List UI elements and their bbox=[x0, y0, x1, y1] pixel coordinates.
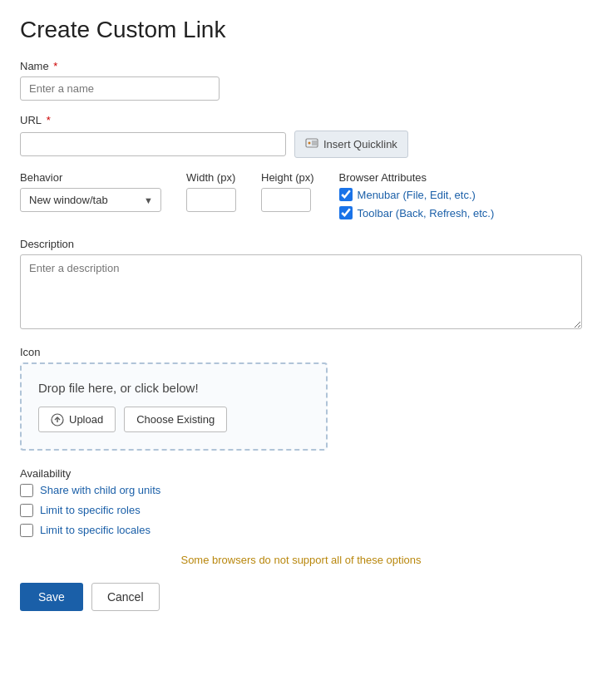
action-buttons: Save Cancel bbox=[20, 583, 582, 611]
cancel-button[interactable]: Cancel bbox=[91, 583, 160, 611]
limit-roles-item[interactable]: Limit to specific roles bbox=[20, 504, 582, 517]
description-textarea[interactable] bbox=[20, 254, 582, 329]
upload-icon bbox=[51, 412, 64, 426]
behavior-select[interactable]: New window/tab Same window New window bbox=[20, 188, 161, 212]
limit-locales-item[interactable]: Limit to specific locales bbox=[20, 524, 582, 537]
page-title: Create Custom Link bbox=[20, 17, 582, 43]
toolbar-label: Toolbar (Back, Refresh, etc.) bbox=[358, 207, 495, 219]
behavior-row: Behavior New window/tab Same window New … bbox=[20, 171, 582, 224]
upload-label: Upload bbox=[69, 413, 103, 426]
height-input[interactable] bbox=[261, 188, 311, 212]
browser-attributes-label: Browser Attributes bbox=[339, 171, 495, 184]
name-label: Name * bbox=[20, 60, 582, 72]
name-input[interactable] bbox=[20, 76, 220, 101]
quicklink-icon bbox=[305, 136, 318, 152]
width-label: Width (px) bbox=[186, 171, 236, 184]
insert-quicklink-label: Insert Quicklink bbox=[323, 138, 397, 150]
choose-existing-button[interactable]: Choose Existing bbox=[124, 407, 227, 432]
availability-label: Availability bbox=[20, 467, 582, 480]
browser-note: Some browsers do not support all of thes… bbox=[20, 554, 582, 566]
svg-point-1 bbox=[308, 142, 311, 145]
menubar-checkbox-item[interactable]: Menubar (File, Edit, etc.) bbox=[339, 188, 495, 201]
icon-section: Icon Drop file here, or click below! Upl… bbox=[20, 346, 582, 451]
icon-drop-zone: Drop file here, or click below! Upload C… bbox=[20, 362, 328, 451]
height-group: Height (px) bbox=[261, 171, 314, 212]
menubar-label: Menubar (File, Edit, etc.) bbox=[358, 189, 476, 201]
description-label: Description bbox=[20, 238, 582, 250]
icon-label: Icon bbox=[20, 346, 582, 358]
insert-quicklink-button[interactable]: Insert Quicklink bbox=[294, 131, 408, 158]
availability-section: Availability Share with child org units … bbox=[20, 467, 582, 537]
choose-existing-label: Choose Existing bbox=[136, 413, 215, 426]
drop-text: Drop file here, or click below! bbox=[38, 381, 309, 395]
share-with-child-checkbox[interactable] bbox=[20, 484, 33, 497]
url-required-star: * bbox=[43, 114, 51, 126]
width-input[interactable] bbox=[186, 188, 236, 212]
behavior-group: Behavior New window/tab Same window New … bbox=[20, 171, 161, 212]
width-group: Width (px) bbox=[186, 171, 236, 212]
limit-roles-label: Limit to specific roles bbox=[40, 504, 141, 516]
page-container: Create Custom Link Name * URL * bbox=[0, 0, 602, 700]
url-field-group: URL * Insert Quicklink bbox=[20, 114, 582, 158]
icon-buttons: Upload Choose Existing bbox=[38, 407, 309, 432]
behavior-select-wrapper: New window/tab Same window New window ▼ bbox=[20, 188, 161, 212]
description-field-group: Description bbox=[20, 238, 582, 333]
url-row: Insert Quicklink bbox=[20, 131, 582, 158]
browser-attributes-group: Browser Attributes Menubar (File, Edit, … bbox=[339, 171, 495, 224]
limit-locales-label: Limit to specific locales bbox=[40, 524, 150, 536]
name-required-star: * bbox=[51, 60, 58, 72]
limit-locales-checkbox[interactable] bbox=[20, 524, 33, 537]
limit-roles-checkbox[interactable] bbox=[20, 504, 33, 517]
url-input[interactable] bbox=[20, 132, 286, 156]
url-label: URL * bbox=[20, 114, 582, 126]
toolbar-checkbox[interactable] bbox=[339, 206, 353, 219]
upload-button[interactable]: Upload bbox=[38, 407, 116, 432]
menubar-checkbox[interactable] bbox=[339, 188, 353, 201]
height-label: Height (px) bbox=[261, 171, 314, 184]
toolbar-checkbox-item[interactable]: Toolbar (Back, Refresh, etc.) bbox=[339, 206, 495, 219]
share-with-child-label: Share with child org units bbox=[40, 484, 160, 496]
share-with-child-item[interactable]: Share with child org units bbox=[20, 484, 582, 497]
behavior-label: Behavior bbox=[20, 171, 161, 184]
save-button[interactable]: Save bbox=[20, 583, 83, 611]
name-field-group: Name * bbox=[20, 60, 582, 101]
